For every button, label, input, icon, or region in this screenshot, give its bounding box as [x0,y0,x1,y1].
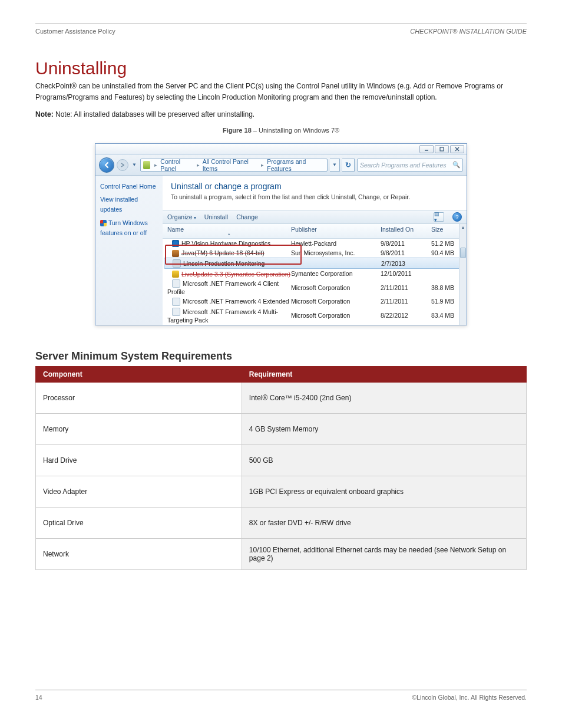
program-row[interactable]: Lincoln Production Monitoring2/7/2013 [164,258,465,269]
scroll-up-icon[interactable]: ▲ [459,224,467,231]
change-button[interactable]: Change [236,213,258,220]
note-prefix: Note: [35,110,54,118]
program-publisher: Hewlett-Packard [291,240,381,247]
pane-toolbar: Organize Uninstall Change ▤ ▾ ? [163,210,467,224]
address-bar-row: ▼ ▸ Control Panel ▸ All Control Panel It… [95,155,467,176]
program-icon [172,250,179,257]
breadcrumb-item-all-items[interactable]: All Control Panel Items [203,158,259,172]
breadcrumb-item-control-panel[interactable]: Control Panel [160,158,193,172]
svg-rect-1 [440,147,444,151]
breadcrumb-bar[interactable]: ▸ Control Panel ▸ All Control Panel Item… [140,159,328,172]
program-installed-on: 8/22/2012 [381,312,431,319]
spec-component: Processor [36,382,242,413]
minimize-button[interactable] [419,145,434,153]
spec-requirement: Intel® Core™ i5-2400 (2nd Gen) [242,382,526,413]
program-installed-on: 12/10/2011 [381,270,431,277]
program-name: LiveUpdate 3.3 (Symantec Corporation) [181,271,290,278]
page-header: Customer Assistance Policy CHECKPOINT® I… [35,28,527,35]
spec-col-component: Component [36,366,242,382]
search-placeholder: Search Programs and Features [360,162,447,169]
breadcrumb-sep-icon: ▸ [195,162,201,168]
footer-rule [35,690,527,690]
nav-history-dropdown[interactable]: ▼ [131,162,138,167]
spec-heading: Server Minimum System Requirements [35,350,527,363]
search-input[interactable]: Search Programs and Features 🔍 [357,159,463,172]
page-footer: 14 ©Lincoln Global, Inc. All Rights Rese… [35,694,527,701]
program-icon [172,271,179,278]
left-nav: Control Panel Home View installed update… [95,176,163,325]
program-row[interactable]: HP Vision Hardware DiagnosticsHewlett-Pa… [163,239,467,248]
breadcrumb-sep-icon: ▸ [259,162,266,168]
header-right-text: CHECKPOINT® INSTALLATION GUIDE [410,28,527,35]
view-button[interactable]: ▤ ▾ [434,212,444,222]
shield-icon [100,220,107,226]
section-note: Note: Note: All installed databases will… [35,109,527,120]
nav-view-installed-updates[interactable]: View installed updates [100,195,158,215]
program-row[interactable]: Microsoft .NET Framework 4 Client Profil… [163,278,467,296]
screenshot-programs-and-features: ▼ ▸ Control Panel ▸ All Control Panel It… [95,143,467,325]
section-paragraph-1: CheckPoint® can be uninstalled from the … [35,81,527,103]
spec-component: Memory [36,413,242,444]
header-rule [35,24,527,24]
organize-button[interactable]: Organize [167,213,196,220]
breadcrumb-sep-icon: ▸ [153,162,159,168]
spec-component: Network [36,538,242,569]
program-installed-on: 2/11/2011 [381,298,431,305]
breadcrumb-item-programs[interactable]: Programs and Features [267,158,325,172]
spec-requirement: 10/100 Ethernet, additional Ethernet car… [242,538,526,569]
search-icon: 🔍 [452,161,460,169]
spec-requirement: 4 GB System Memory [242,413,526,444]
spec-requirement: 1GB PCI Express or equivalent onboard gr… [242,476,526,507]
pane-title: Uninstall or change a program [171,182,458,191]
nav-turn-windows-features[interactable]: Turn Windows features on or off [100,218,158,238]
program-installed-on: 9/8/2011 [381,249,431,256]
maximize-button[interactable] [435,145,449,153]
nav-forward-button[interactable] [117,159,128,171]
address-dropdown-button[interactable]: ▼ [330,159,340,172]
program-publisher: Microsoft Corporation [291,298,381,305]
section-heading: Uninstalling [35,58,527,78]
program-installed-on: 2/11/2011 [381,284,431,291]
spec-row: Hard Drive500 GB [36,444,527,476]
pane-subtitle: To uninstall a program, select it from t… [171,193,458,200]
program-name: Microsoft .NET Framework 4 Multi-Targeti… [167,308,278,324]
spec-table: Component Requirement ProcessorIntel® Co… [35,366,527,570]
spec-component: Optical Drive [36,507,242,538]
program-installed-on: 9/8/2011 [381,240,431,247]
figure-caption: Figure 18 – Uninstalling on Windows 7® [35,127,527,134]
program-name: Lincoln Production Monitoring [183,260,265,267]
spec-component: Hard Drive [36,444,242,476]
program-icon [172,240,179,247]
program-row[interactable]: LiveUpdate 3.3 (Symantec Corporation)Sym… [163,269,467,278]
spec-row: Video Adapter1GB PCI Express or equivale… [36,476,527,507]
vertical-scrollbar[interactable]: ▲ [459,224,467,325]
close-button[interactable] [450,145,464,153]
spec-component: Video Adapter [36,476,242,507]
program-publisher: Microsoft Corporation [291,284,381,291]
program-icon [172,279,180,288]
program-row[interactable]: Java(TM) 6 Update 18 (64-bit)Sun Microsy… [163,248,467,258]
program-icon [172,298,180,306]
scroll-thumb[interactable] [460,248,466,258]
program-name: Microsoft .NET Framework 4 Extended [183,298,289,305]
uninstall-button[interactable]: Uninstall [204,213,228,220]
sort-indicator-icon: ▴ [167,232,291,236]
spec-row: Network10/100 Ethernet, additional Ether… [36,538,527,569]
program-publisher: Sun Microsystems, Inc. [291,249,381,256]
nav-back-button[interactable] [99,157,114,173]
spec-row: Memory4 GB System Memory [36,413,527,444]
refresh-button[interactable]: ↻ [342,159,355,172]
program-installed-on: 2/7/2013 [381,260,432,267]
footer-copyright: ©Lincoln Global, Inc. All Rights Reserve… [412,694,527,701]
program-row[interactable]: Microsoft .NET Framework 4 Multi-Targeti… [163,307,467,324]
spec-requirement: 8X or faster DVD +/- R/RW drive [242,507,526,538]
program-name: Java(TM) 6 Update 18 (64-bit) [181,250,265,257]
program-icon [172,308,180,316]
nav-control-panel-home[interactable]: Control Panel Home [100,182,158,192]
help-button[interactable]: ? [452,212,462,222]
list-header[interactable]: Name▴ Publisher Installed On Size [163,224,467,239]
footer-page-number: 14 [35,694,42,701]
spec-row: ProcessorIntel® Core™ i5-2400 (2nd Gen) [36,382,527,413]
program-icon [173,259,181,268]
program-row[interactable]: Microsoft .NET Framework 4 ExtendedMicro… [163,297,467,307]
